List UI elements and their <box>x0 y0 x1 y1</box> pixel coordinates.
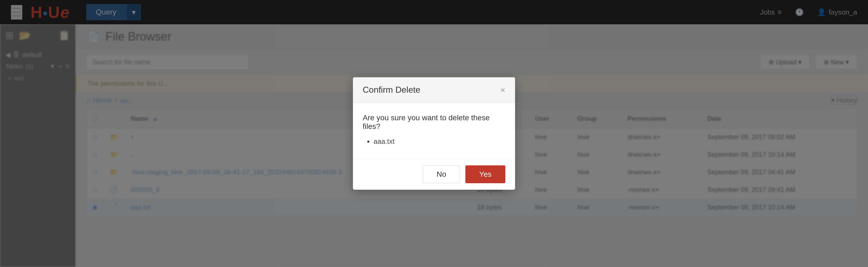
modal-overlay[interactable]: Confirm Delete × Are you sure you want t… <box>0 0 868 267</box>
modal-title: Confirm Delete <box>363 85 420 95</box>
modal-footer: No Yes <box>353 159 515 190</box>
modal-close-button[interactable]: × <box>500 86 505 94</box>
yes-button[interactable]: Yes <box>465 166 505 183</box>
file-list: aaa.txt <box>363 137 505 146</box>
delete-question: Are you sure you want to delete these fi… <box>363 114 505 131</box>
list-item: aaa.txt <box>373 137 505 146</box>
no-button[interactable]: No <box>423 166 460 183</box>
modal-body: Are you sure you want to delete these fi… <box>353 103 515 159</box>
confirm-delete-modal: Confirm Delete × Are you sure you want t… <box>353 77 515 190</box>
modal-header: Confirm Delete × <box>353 77 515 103</box>
close-icon: × <box>500 85 505 95</box>
